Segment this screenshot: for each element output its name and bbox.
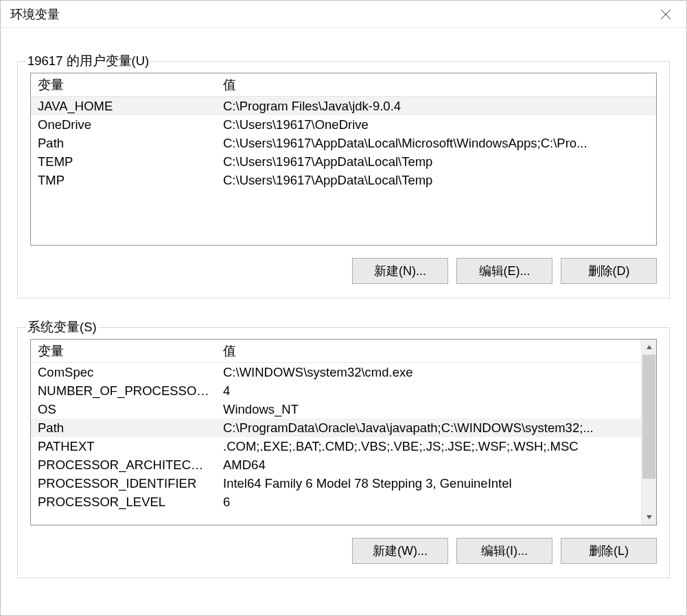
user-variables-label: 19617 的用户变量(U) <box>26 52 150 69</box>
environment-variables-dialog: 环境变量 19617 的用户变量(U) 变量 值 JAVA_HOMEC:\Pro… <box>0 0 687 616</box>
titlebar: 环境变量 <box>1 1 686 28</box>
column-header-name[interactable]: 变量 <box>31 73 216 97</box>
system-edit-button[interactable]: 编辑(I)... <box>456 538 552 564</box>
user-variables-buttons: 新建(N)... 编辑(E)... 删除(D) <box>30 258 657 284</box>
variable-value-cell[interactable]: AMD64 <box>216 455 641 474</box>
variable-value-cell[interactable]: C:\Users\19617\AppData\Local\Microsoft\W… <box>216 134 656 152</box>
user-new-button[interactable]: 新建(N)... <box>352 258 448 284</box>
variable-name-cell[interactable]: OS <box>31 400 216 418</box>
variable-name-cell[interactable]: OneDrive <box>31 115 216 134</box>
system-delete-button[interactable]: 删除(L) <box>561 538 657 564</box>
system-variables-buttons: 新建(W)... 编辑(I)... 删除(L) <box>30 538 657 564</box>
variable-value-cell[interactable]: .COM;.EXE;.BAT;.CMD;.VBS;.VBE;.JS;.JSE;.… <box>216 437 641 455</box>
variable-name-cell[interactable]: Path <box>31 418 216 437</box>
system-variables-list[interactable]: 变量 值 ComSpecC:\WINDOWS\system32\cmd.exeN… <box>30 339 657 525</box>
dialog-body: 19617 的用户变量(U) 变量 值 JAVA_HOMEC:\Program … <box>1 28 686 592</box>
column-header-name[interactable]: 变量 <box>31 340 216 363</box>
scrollbar-thumb[interactable] <box>642 355 655 479</box>
variable-value-cell[interactable]: 4 <box>216 381 641 400</box>
scroll-down-icon[interactable] <box>642 510 656 525</box>
variable-name-cell[interactable]: JAVA_HOME <box>31 97 216 115</box>
scrollbar-track[interactable] <box>642 355 656 510</box>
scroll-up-icon[interactable] <box>642 340 656 355</box>
variable-value-cell[interactable]: Intel64 Family 6 Model 78 Stepping 3, Ge… <box>216 474 641 493</box>
variable-name-cell[interactable]: PROCESSOR_LEVEL <box>31 493 216 511</box>
variable-value-cell[interactable]: 6 <box>216 493 641 511</box>
variable-name-cell[interactable]: TEMP <box>31 152 216 171</box>
variable-name-cell[interactable]: PROCESSOR_ARCHITECTU... <box>31 455 216 474</box>
variable-value-cell[interactable]: Windows_NT <box>216 400 641 418</box>
close-icon[interactable] <box>645 1 686 27</box>
variable-name-cell[interactable]: PROCESSOR_IDENTIFIER <box>31 474 216 493</box>
user-variables-group: 19617 的用户变量(U) 变量 值 JAVA_HOMEC:\Program … <box>17 61 670 298</box>
column-header-value[interactable]: 值 <box>216 73 656 97</box>
variable-name-cell[interactable]: Path <box>31 134 216 152</box>
system-variables-group: 系统变量(S) 变量 值 ComSpecC:\WINDOWS\system32\… <box>17 327 670 578</box>
variable-value-cell[interactable]: C:\ProgramData\Oracle\Java\javapath;C:\W… <box>216 418 641 437</box>
scrollbar[interactable] <box>641 340 656 525</box>
svg-marker-3 <box>647 515 652 519</box>
system-variables-label: 系统变量(S) <box>26 318 98 335</box>
variable-value-cell[interactable]: C:\Program Files\Java\jdk-9.0.4 <box>216 97 656 115</box>
user-edit-button[interactable]: 编辑(E)... <box>456 258 552 284</box>
window-title: 环境变量 <box>10 6 60 23</box>
column-header-value[interactable]: 值 <box>216 340 641 363</box>
user-delete-button[interactable]: 删除(D) <box>561 258 657 284</box>
variable-value-cell[interactable]: C:\Users\19617\AppData\Local\Temp <box>216 171 656 189</box>
variable-name-cell[interactable]: ComSpec <box>31 363 216 381</box>
variable-value-cell[interactable]: C:\Users\19617\OneDrive <box>216 115 656 134</box>
svg-marker-2 <box>647 345 652 349</box>
variable-name-cell[interactable]: TMP <box>31 171 216 189</box>
variable-value-cell[interactable]: C:\Users\19617\AppData\Local\Temp <box>216 152 656 171</box>
variable-name-cell[interactable]: NUMBER_OF_PROCESSORS <box>31 381 216 400</box>
system-new-button[interactable]: 新建(W)... <box>352 538 448 564</box>
variable-value-cell[interactable]: C:\WINDOWS\system32\cmd.exe <box>216 363 641 381</box>
user-variables-list[interactable]: 变量 值 JAVA_HOMEC:\Program Files\Java\jdk-… <box>30 73 657 246</box>
variable-name-cell[interactable]: PATHEXT <box>31 437 216 455</box>
